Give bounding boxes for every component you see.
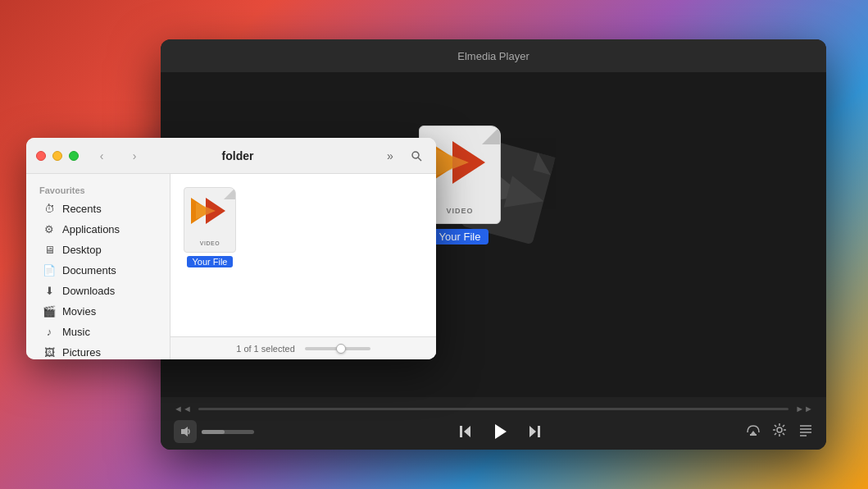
maximize-button[interactable] xyxy=(69,151,79,161)
player-titlebar: Elmedia Player xyxy=(161,39,826,72)
svg-line-30 xyxy=(418,158,421,161)
gear-icon xyxy=(772,423,787,437)
next-button[interactable] xyxy=(526,423,543,440)
volume-fill xyxy=(202,430,225,434)
volume-slider[interactable] xyxy=(202,430,254,434)
status-text: 1 of 1 selected xyxy=(236,344,295,354)
finder-files: VIDEO Your File xyxy=(170,174,436,336)
seek-bar[interactable] xyxy=(198,408,788,410)
sidebar-item-label-desktop: Desktop xyxy=(62,244,102,256)
file-icon-container: VIDEO xyxy=(184,187,236,253)
applications-icon: ⚙ xyxy=(43,223,56,235)
svg-rect-10 xyxy=(460,426,462,437)
downloads-icon: ⬇ xyxy=(43,285,56,297)
svg-marker-8 xyxy=(181,427,188,436)
more-button[interactable]: » xyxy=(380,146,400,166)
svg-line-23 xyxy=(783,425,784,427)
seek-left-icon: ◄◄ xyxy=(174,404,192,414)
finder-statusbar: 1 of 1 selected xyxy=(170,336,436,359)
right-controls xyxy=(746,423,813,441)
file-item[interactable]: VIDEO Your File xyxy=(184,187,236,267)
svg-rect-15 xyxy=(750,434,757,436)
settings-button[interactable] xyxy=(772,423,787,441)
playlist-icon xyxy=(798,423,813,437)
folder-title: folder xyxy=(102,149,374,162)
music-icon: ♪ xyxy=(43,326,56,338)
sidebar-item-label-movies: Movies xyxy=(62,305,96,318)
zoom-thumb xyxy=(336,344,346,354)
sidebar-item-label-music: Music xyxy=(62,326,90,338)
airplay-button[interactable] xyxy=(746,423,761,441)
sidebar-item-label-documents: Documents xyxy=(62,264,116,276)
playlist-button[interactable] xyxy=(798,423,813,441)
sidebar-item-desktop[interactable]: 🖥 Desktop xyxy=(30,240,166,260)
sidebar-item-music[interactable]: ♪ Music xyxy=(30,322,166,342)
finder-window: ‹ › folder » Favourites ⏱ Recents ⚙ Appl… xyxy=(26,138,436,359)
finder-content: VIDEO Your File 1 of 1 selected xyxy=(170,174,436,359)
sidebar-item-pictures[interactable]: 🖼 Pictures xyxy=(30,342,166,359)
svg-line-22 xyxy=(783,433,784,435)
prev-button[interactable] xyxy=(457,423,474,440)
player-file-label: Your File xyxy=(431,229,489,244)
seek-row: ◄◄ ►► xyxy=(174,404,813,414)
sidebar-item-label-applications: Applications xyxy=(62,223,120,235)
play-icon xyxy=(490,422,510,441)
sidebar-item-downloads[interactable]: ⬇ Downloads xyxy=(30,281,166,301)
movies-icon: 🎬 xyxy=(43,305,56,318)
svg-marker-9 xyxy=(464,426,470,437)
sidebar-section-label: Favourites xyxy=(26,181,170,199)
volume-button[interactable] xyxy=(174,420,197,443)
finder-sidebar: Favourites ⏱ Recents ⚙ Applications 🖥 De… xyxy=(26,174,170,359)
file-type-label: VIDEO xyxy=(184,240,235,246)
file-logo xyxy=(191,198,230,224)
svg-marker-11 xyxy=(495,424,507,439)
player-title: Elmedia Player xyxy=(457,50,529,62)
file-name-badge: Your File xyxy=(187,256,232,267)
playback-controls xyxy=(457,422,543,441)
finder-titlebar: ‹ › folder » xyxy=(26,138,436,174)
sidebar-item-documents[interactable]: 📄 Documents xyxy=(30,260,166,281)
sidebar-item-applications[interactable]: ⚙ Applications xyxy=(30,219,166,240)
zoom-slider[interactable] xyxy=(305,347,370,350)
minimize-button[interactable] xyxy=(52,151,62,161)
svg-marker-12 xyxy=(529,426,536,437)
recents-icon: ⏱ xyxy=(43,203,56,215)
svg-marker-14 xyxy=(751,431,756,434)
pictures-icon: 🖼 xyxy=(43,346,56,359)
svg-rect-13 xyxy=(538,426,540,437)
next-icon xyxy=(526,423,543,440)
prev-icon xyxy=(457,423,474,440)
svg-point-29 xyxy=(412,152,419,158)
svg-line-21 xyxy=(775,425,776,427)
close-button[interactable] xyxy=(36,151,46,161)
search-button[interactable] xyxy=(407,146,426,166)
svg-point-16 xyxy=(777,427,782,432)
svg-line-24 xyxy=(775,433,776,435)
airplay-icon xyxy=(746,423,761,437)
file-doc-body: VIDEO xyxy=(184,187,236,253)
sidebar-item-label-pictures: Pictures xyxy=(62,346,101,359)
sidebar-item-label-downloads: Downloads xyxy=(62,285,115,297)
volume-icon xyxy=(180,426,191,437)
volume-section xyxy=(174,420,254,443)
seek-right-icon: ►► xyxy=(795,404,813,414)
player-file-logo xyxy=(428,141,493,184)
player-controls: ◄◄ ►► xyxy=(161,397,826,450)
documents-icon: 📄 xyxy=(43,264,56,276)
sidebar-item-recents[interactable]: ⏱ Recents xyxy=(30,199,166,219)
play-button[interactable] xyxy=(490,422,510,441)
search-icon xyxy=(411,150,422,162)
desktop-icon: 🖥 xyxy=(43,244,56,256)
sidebar-item-label-recents: Recents xyxy=(62,203,102,215)
sidebar-item-movies[interactable]: 🎬 Movies xyxy=(30,301,166,322)
controls-row xyxy=(174,420,813,443)
